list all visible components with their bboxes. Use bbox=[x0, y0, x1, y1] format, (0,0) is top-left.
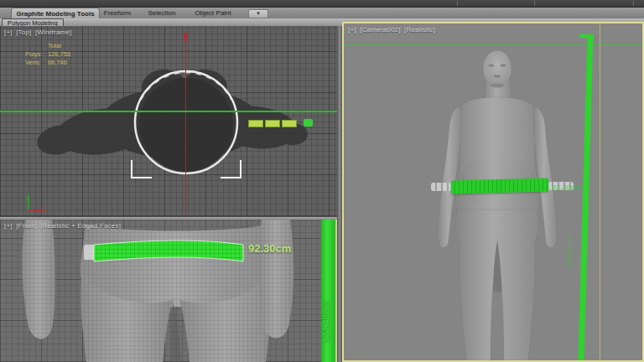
viewport-menu-pov[interactable]: [Front] bbox=[16, 222, 37, 230]
viewport-menu-shading[interactable]: [Realistic] bbox=[404, 26, 435, 34]
ribbon-tab-selection[interactable]: Selection bbox=[144, 8, 179, 18]
tape-band-camera[interactable] bbox=[451, 178, 548, 194]
viewport-menu-general[interactable]: [+] bbox=[4, 222, 13, 230]
height-measurement-label-camera: 174.40cm bbox=[565, 218, 574, 270]
tape-end-left bbox=[431, 183, 452, 191]
viewport-camera[interactable]: [+] [Camera002] [Realistic] bbox=[342, 22, 644, 362]
ribbon-overflow-button[interactable]: ▾ bbox=[248, 9, 268, 18]
viewport-top-label: [+] [Top] [Wireframe] bbox=[4, 28, 73, 36]
axis-gizmo: y x bbox=[25, 194, 47, 214]
viewport-statistics: Total Polys: 126,758 Verts: 66,746 bbox=[25, 42, 70, 67]
tape-gizmo-segment[interactable] bbox=[282, 120, 297, 127]
stats-verts-label: Verts: bbox=[25, 59, 48, 67]
tape-gizmo-marker bbox=[184, 33, 187, 41]
waist-measurement-label-camera: 92.30cm bbox=[552, 184, 582, 192]
stats-polys-value: 126,758 bbox=[48, 50, 70, 59]
toolbar-tick bbox=[457, 1, 458, 6]
ribbon-tab-freeform[interactable]: Freeform bbox=[101, 8, 134, 18]
stats-verts-value: 66,746 bbox=[48, 59, 67, 67]
front-view-body-mesh bbox=[0, 220, 337, 362]
stats-total-label: Total bbox=[48, 42, 70, 50]
main-toolbar-strip bbox=[0, 0, 644, 8]
height-measurement-label: 174.40cm bbox=[321, 267, 331, 343]
axis-x-label: x bbox=[41, 203, 44, 209]
ribbon-tab-graphite-modeling-tools[interactable]: Graphite Modeling Tools bbox=[11, 8, 100, 19]
waist-measurement-label: 92.30cm bbox=[248, 242, 291, 255]
toolbar-tick bbox=[534, 1, 535, 6]
viewport-edge-line bbox=[335, 220, 337, 362]
ribbon-tab-object-paint[interactable]: Object Paint bbox=[191, 8, 235, 18]
viewport-menu-shading[interactable]: [Wireframe] bbox=[35, 28, 72, 36]
axis-y-label: y bbox=[25, 195, 29, 202]
stats-polys-label: Polys: bbox=[25, 50, 48, 59]
tape-gizmo-segment[interactable] bbox=[248, 120, 263, 127]
tape-height-line bbox=[0, 111, 337, 112]
chevron-down-icon: ▾ bbox=[257, 10, 260, 16]
viewport-menu-pov[interactable]: [Top] bbox=[16, 28, 31, 36]
viewport-front-label: [+] [Front] [Realistic + Edged Faces] bbox=[4, 222, 122, 230]
center-axis-line bbox=[185, 31, 186, 214]
viewport-top[interactable]: [+] [Top] [Wireframe] Total Polys: 126,7… bbox=[0, 26, 337, 217]
toolbar-tick bbox=[633, 1, 634, 6]
tape-gizmo-segment[interactable] bbox=[265, 120, 280, 127]
viewport-menu-general[interactable]: [+] bbox=[348, 26, 356, 34]
viewport-menu-general[interactable]: [+] bbox=[4, 28, 13, 36]
viewport-camera-label: [+] [Camera002] [Realistic] bbox=[348, 26, 437, 34]
tape-target-dot[interactable] bbox=[304, 119, 313, 127]
viewport-menu-pov[interactable]: [Camera002] bbox=[360, 26, 400, 34]
viewport-menu-shading[interactable]: [Realistic + Edged Faces] bbox=[40, 222, 121, 230]
viewport-front[interactable]: [+] [Front] [Realistic + Edged Faces] bbox=[0, 220, 337, 362]
3dsmax-window: Graphite Modeling Tools Freeform Selecti… bbox=[0, 0, 644, 362]
ribbon-tab-bar: Graphite Modeling Tools Freeform Selecti… bbox=[0, 8, 644, 18]
